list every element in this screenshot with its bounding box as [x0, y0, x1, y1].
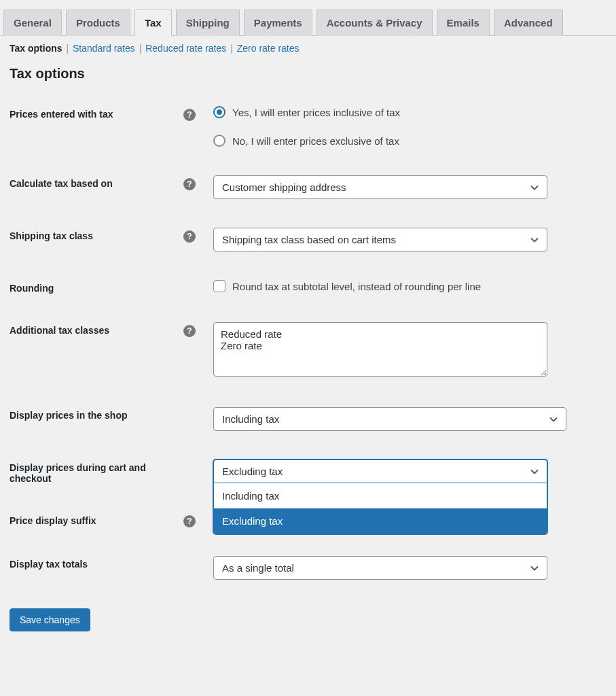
label-shipping-tax-class: Shipping tax class: [10, 228, 183, 241]
select-tax-totals[interactable]: As a single total: [213, 556, 547, 580]
select-calc-based-on[interactable]: Customer shipping address: [213, 175, 547, 199]
help-icon[interactable]: ?: [183, 515, 196, 527]
help-icon[interactable]: ?: [183, 230, 196, 243]
tab-accounts-privacy[interactable]: Accounts & Privacy: [316, 10, 433, 36]
separator: |: [230, 43, 236, 54]
checkbox-label-rounding: Round tax at subtotal level, instead of …: [232, 281, 481, 292]
row-additional-classes: Additional tax classes ?: [10, 322, 606, 379]
label-additional-classes: Additional tax classes: [10, 322, 183, 336]
radio-option-inclusive[interactable]: Yes, I will enter prices inclusive of ta…: [213, 106, 547, 118]
row-prices-entered: Prices entered with tax ? Yes, I will en…: [10, 106, 606, 147]
tab-products[interactable]: Products: [66, 10, 130, 36]
label-calc-based-on: Calculate tax based on: [10, 175, 183, 189]
select-value: Customer shipping address: [222, 181, 346, 193]
label-rounding: Rounding: [10, 280, 183, 294]
row-display-shop: Display prices in the shop Including tax: [10, 407, 606, 431]
select-value: Shipping tax class based on cart items: [222, 234, 396, 245]
row-calc-based-on: Calculate tax based on ? Customer shippi…: [10, 175, 606, 199]
chevron-down-icon: [530, 564, 539, 572]
section-title: Tax options: [10, 66, 606, 82]
separator: |: [139, 43, 145, 54]
label-display-cart: Display prices during cart and checkout: [10, 459, 183, 484]
checkbox-rounding[interactable]: [213, 280, 225, 292]
save-changes-button[interactable]: Save changes: [10, 608, 90, 631]
radio-label-exclusive: No, I will enter prices exclusive of tax: [232, 135, 399, 147]
radio-label-inclusive: Yes, I will enter prices inclusive of ta…: [232, 107, 400, 118]
tab-tax[interactable]: Tax: [134, 10, 172, 36]
tab-advanced[interactable]: Advanced: [494, 10, 563, 36]
chevron-down-icon: [530, 468, 539, 476]
tab-shipping[interactable]: Shipping: [176, 10, 240, 36]
radio-exclusive[interactable]: [213, 135, 225, 147]
subnav-reduced-rate-rates[interactable]: Reduced rate rates: [145, 43, 226, 54]
separator: |: [66, 43, 71, 54]
dropdown-option-including[interactable]: Including tax: [214, 483, 547, 508]
select-shipping-tax-class[interactable]: Shipping tax class based on cart items: [213, 228, 547, 251]
tab-payments[interactable]: Payments: [244, 10, 312, 36]
dropdown-panel-display-cart: Including tax Excluding tax: [213, 483, 547, 534]
tab-emails[interactable]: Emails: [437, 10, 490, 36]
select-display-cart[interactable]: Excluding tax: [213, 459, 547, 483]
label-tax-totals: Display tax totals: [10, 556, 183, 570]
settings-tabs: General Products Tax Shipping Payments A…: [0, 10, 616, 36]
row-display-cart: Display prices during cart and checkout …: [10, 459, 606, 484]
subnav-tax-options[interactable]: Tax options: [10, 43, 62, 54]
checkbox-option-rounding[interactable]: Round tax at subtotal level, instead of …: [213, 280, 547, 292]
subnav-zero-rate-rates[interactable]: Zero rate rates: [237, 43, 300, 54]
help-icon[interactable]: ?: [183, 325, 196, 337]
row-shipping-tax-class: Shipping tax class ? Shipping tax class …: [10, 228, 606, 251]
chevron-down-icon: [530, 184, 539, 192]
select-value: As a single total: [222, 562, 294, 574]
tab-general[interactable]: General: [3, 10, 62, 36]
select-value: Excluding tax: [222, 466, 283, 477]
label-display-shop: Display prices in the shop: [10, 407, 183, 421]
subnav: Tax options | Standard rates | Reduced r…: [10, 43, 606, 54]
help-icon[interactable]: ?: [183, 109, 196, 121]
subnav-standard-rates[interactable]: Standard rates: [73, 43, 135, 54]
chevron-down-icon: [549, 415, 558, 423]
select-value: Including tax: [222, 413, 279, 425]
chevron-down-icon: [530, 236, 539, 244]
help-icon[interactable]: ?: [183, 178, 196, 190]
row-tax-totals: Display tax totals As a single total: [10, 556, 606, 580]
radio-option-exclusive[interactable]: No, I will enter prices exclusive of tax: [213, 135, 547, 147]
select-display-shop[interactable]: Including tax: [213, 407, 566, 431]
label-prices-entered: Prices entered with tax: [10, 106, 183, 120]
dropdown-option-excluding[interactable]: Excluding tax: [214, 508, 547, 534]
radio-inclusive[interactable]: [213, 106, 225, 118]
textarea-additional-classes[interactable]: [213, 322, 547, 377]
label-price-suffix: Price display suffix: [10, 512, 183, 526]
row-rounding: Rounding Round tax at subtotal level, in…: [10, 280, 606, 294]
